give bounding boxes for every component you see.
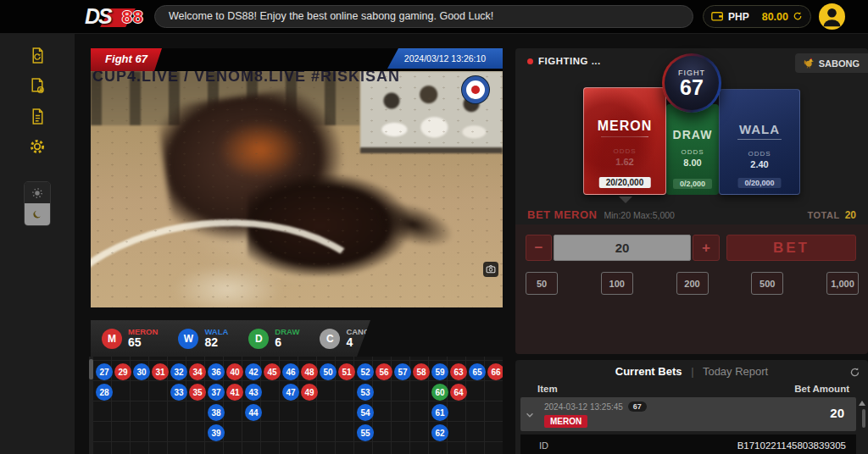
bet-amount-input[interactable]: [554, 235, 691, 261]
refresh-bets-icon[interactable]: [849, 366, 860, 381]
selected-card-pointer: [619, 197, 632, 203]
trend-cell-61: 61: [431, 404, 448, 421]
draw-odds-value: 8.00: [666, 158, 719, 168]
trend-cell-36: 36: [208, 363, 225, 380]
chevron-down-icon[interactable]: [525, 408, 535, 424]
bet-limits: Min:20 Max:5,000: [604, 210, 675, 220]
quick-amount-50[interactable]: 50: [526, 272, 558, 295]
report-icon[interactable]: [23, 102, 52, 130]
result-stats-bar: MMERON65WWALA82DDRAW6CCANCEL4: [91, 320, 370, 357]
trend-board: 2728293031323334353637383940414243444546…: [91, 357, 503, 454]
trend-scroll-thumb[interactable]: [89, 359, 93, 379]
fight-circle: FIGHT 67: [662, 53, 721, 113]
rooster-plumage: [218, 120, 303, 180]
tab-today-report[interactable]: Today Report: [703, 365, 768, 378]
stat-value: 65: [128, 336, 158, 349]
tab-separator: |: [691, 365, 693, 378]
trend-cell-44: 44: [245, 404, 262, 421]
chalk-circle-line: [91, 202, 407, 307]
trend-cell-51: 51: [338, 363, 355, 380]
snapshot-icon[interactable]: [483, 262, 498, 277]
bet-records-icon[interactable]: [23, 71, 52, 100]
increase-bet-button[interactable]: +: [693, 235, 720, 261]
trend-cell-43: 43: [245, 384, 262, 401]
dark-mode-icon[interactable]: [25, 203, 50, 225]
quick-amount-1000[interactable]: 1,000: [826, 272, 859, 295]
trend-cell-55: 55: [357, 424, 374, 441]
stat-circle: W: [178, 329, 198, 349]
status-text: FIGHTING ...: [538, 56, 601, 66]
stat-value: 4: [346, 336, 380, 349]
trend-cell-29: 29: [114, 363, 131, 380]
trend-cell-53: 53: [357, 384, 374, 401]
bets-scroll-thumb[interactable]: [862, 409, 865, 428]
meron-pool: 20/20,000: [599, 177, 651, 188]
quick-amount-200[interactable]: 200: [676, 272, 709, 295]
theme-toggle: [24, 181, 51, 226]
draw-card[interactable]: DRAW ODDS 8.00 0/2,000: [666, 104, 719, 195]
logo-88-text: 88: [122, 7, 143, 27]
fight-circle-number: 67: [680, 77, 704, 98]
ds88-logo[interactable]: DS 88: [85, 3, 151, 30]
col-item: Item: [537, 384, 558, 394]
trend-scrollbar[interactable]: [89, 357, 93, 454]
bets-scroll-up-arrow[interactable]: [859, 401, 865, 406]
logo-ds-text: DS: [85, 4, 111, 29]
game-history-icon[interactable]: [23, 41, 52, 69]
trend-cell-56: 56: [376, 363, 392, 380]
stream-watermark: UCUP4.LIVE / VENOM8.LIVE #RISKISAN: [91, 71, 503, 86]
trend-cell-46: 46: [282, 363, 299, 380]
trend-cell-59: 59: [431, 363, 448, 380]
meron-card[interactable]: MERON ODDS 1.62 20/20,000: [583, 87, 666, 195]
wallet-icon: [711, 9, 724, 25]
game-selector-sabong[interactable]: SABONG: [795, 53, 868, 73]
wallet-pill[interactable]: PHP 80.00: [703, 5, 811, 28]
quick-amounts: 501002005001,000: [526, 272, 859, 296]
light-mode-icon[interactable]: [25, 182, 50, 203]
rooster-one: [156, 83, 353, 251]
meron-title: MERON: [584, 119, 665, 134]
settings-icon[interactable]: [23, 132, 52, 161]
stat-circle: M: [102, 329, 122, 349]
trend-cell-39: 39: [208, 424, 225, 441]
bet-button[interactable]: BET: [726, 235, 856, 261]
sidebar: [0, 34, 75, 454]
arena-rail: [360, 147, 503, 153]
wala-card[interactable]: WALA ODDS 2.40 0/20,000: [719, 89, 800, 195]
video-frame: UCUP4.LIVE / VENOM8.LIVE #RISKISAN: [91, 71, 503, 307]
trend-cell-66: 66: [487, 363, 503, 380]
trend-cell-35: 35: [189, 384, 206, 401]
trend-cell-64: 64: [450, 384, 467, 401]
quick-amount-100[interactable]: 100: [601, 272, 633, 295]
bet-row[interactable]: 2024-03-12 13:25:45 67 MERON 20: [520, 397, 856, 431]
trend-cell-49: 49: [301, 384, 318, 401]
live-video-player: Fight 67 2024/03/12 13:26:10 UCUP4.LIVE …: [91, 48, 503, 307]
avatar[interactable]: [819, 3, 845, 30]
trend-cell-54: 54: [357, 404, 374, 421]
balance-value: 80.00: [762, 11, 788, 23]
trend-cell-65: 65: [469, 363, 486, 380]
tab-current-bets[interactable]: Current Bets: [615, 365, 682, 378]
top-bar: DS 88 Welcome to DS88! Enjoy the best on…: [0, 0, 868, 34]
bets-column-headers: Item Bet Amount: [537, 384, 849, 394]
trend-cell-52: 52: [357, 363, 374, 380]
trend-cell-32: 32: [170, 363, 187, 380]
total-value: 20: [845, 209, 856, 221]
draw-pool: 0/2,000: [673, 179, 712, 189]
video-timestamp-badge: 2024/03/12 13:26:10: [387, 48, 503, 69]
dust-cloud: [184, 173, 387, 283]
trend-cell-50: 50: [320, 363, 337, 380]
meron-odds-value: 1.62: [584, 157, 665, 167]
quick-amount-500[interactable]: 500: [751, 272, 783, 295]
decrease-bet-button[interactable]: −: [526, 235, 552, 261]
refresh-balance-icon[interactable]: [793, 9, 803, 25]
trend-cell-41: 41: [226, 384, 243, 401]
stat-cancel: CCANCEL4: [320, 328, 380, 349]
stat-wala: WWALA82: [178, 328, 228, 349]
status-dot: [527, 58, 533, 64]
draw-odds-label: ODDS: [666, 148, 719, 156]
trend-grid: 2728293031323334353637383940414243444546…: [94, 362, 501, 454]
wala-title: WALA: [720, 122, 799, 136]
bet-amount-value: 20: [830, 406, 844, 420]
trend-cell-63: 63: [450, 363, 467, 380]
